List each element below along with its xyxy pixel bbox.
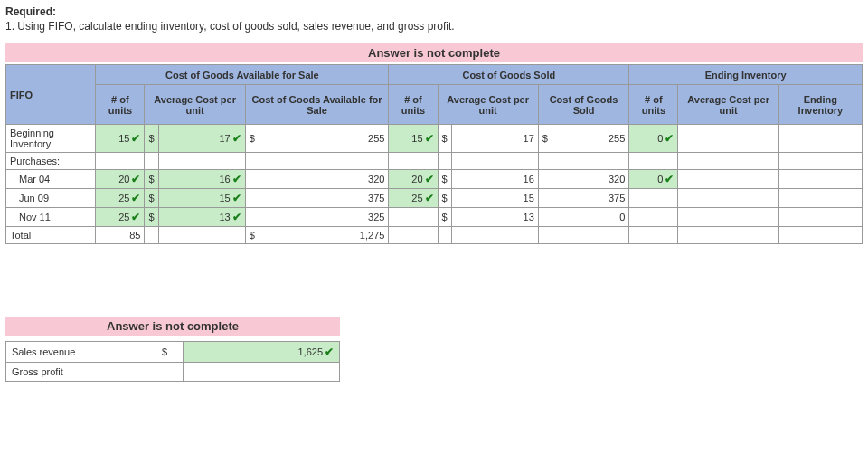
sub-s-units: # of units: [389, 85, 438, 125]
check-icon: ✔: [425, 192, 434, 204]
jun09-e-cost[interactable]: [778, 189, 862, 208]
begin-a-avg-dollar: $: [145, 125, 158, 153]
jun09-a-units[interactable]: 25✔: [96, 189, 145, 208]
begin-s-cost-dollar: $: [538, 125, 552, 153]
nov11-e-avg[interactable]: [678, 208, 778, 227]
required-text: 1. Using FIFO, calculate ending inventor…: [5, 20, 863, 33]
sub-e-cost: Ending Inventory: [778, 85, 862, 125]
sub-a-units: # of units: [96, 85, 145, 125]
nov11-a-avg-dollar: $: [145, 208, 158, 227]
row-sales: Sales revenue $ 1,625✔: [6, 342, 340, 363]
check-icon: ✔: [232, 173, 241, 185]
check-icon: ✔: [232, 192, 241, 204]
label-mar04: Mar 04: [6, 170, 96, 189]
label-nov11: Nov 11: [6, 208, 96, 227]
begin-a-cost[interactable]: 255: [259, 125, 389, 153]
label-jun09: Jun 09: [6, 189, 96, 208]
nov11-s-units[interactable]: [389, 208, 438, 227]
nov11-s-cost[interactable]: 0: [552, 208, 628, 227]
begin-e-units[interactable]: 0✔: [629, 125, 678, 153]
sub-a-avg: Average Cost per unit: [145, 85, 245, 125]
mar04-e-units[interactable]: 0✔: [629, 170, 678, 189]
jun09-a-avg-dollar: $: [145, 189, 158, 208]
sales-value[interactable]: 1,625✔: [183, 342, 339, 363]
check-icon: ✔: [131, 173, 140, 185]
total-a-units: 85: [96, 227, 145, 244]
check-icon: ✔: [425, 132, 434, 145]
begin-a-cost-dollar: $: [245, 125, 259, 153]
gross-value[interactable]: [183, 363, 339, 382]
total-a-cost-dollar: $: [245, 227, 259, 244]
label-purchases: Purchases:: [6, 153, 96, 170]
check-icon: ✔: [232, 132, 241, 145]
begin-s-avg-dollar: $: [438, 125, 451, 153]
jun09-s-avg-dollar: $: [438, 189, 451, 208]
nov11-a-units[interactable]: 25✔: [96, 208, 145, 227]
row-mar04: Mar 04 20✔ $ 16✔ 320 20✔ $ 16 320 0✔: [6, 170, 863, 189]
check-icon: ✔: [131, 132, 140, 145]
jun09-s-avg[interactable]: 15: [451, 189, 538, 208]
header-fifo: FIFO: [6, 65, 96, 125]
check-icon: ✔: [232, 211, 241, 223]
begin-a-avg[interactable]: 17✔: [158, 125, 245, 153]
summary-table: Sales revenue $ 1,625✔ Gross profit: [5, 341, 340, 382]
begin-s-avg[interactable]: 17: [451, 125, 538, 153]
mar04-a-units[interactable]: 20✔: [96, 170, 145, 189]
check-icon: ✔: [665, 132, 674, 145]
mar04-e-avg[interactable]: [678, 170, 778, 189]
total-a-cost: 1,275: [259, 227, 389, 244]
check-icon: ✔: [131, 192, 140, 204]
label-begin: Beginning Inventory: [6, 125, 96, 153]
begin-e-cost[interactable]: [778, 125, 862, 153]
begin-s-cost[interactable]: 255: [552, 125, 628, 153]
incomplete-banner-main: Answer is not complete: [5, 43, 863, 62]
nov11-s-avg[interactable]: 13: [451, 208, 538, 227]
row-nov11: Nov 11 25✔ $ 13✔ 325 $ 13 0: [6, 208, 863, 227]
sub-s-cost: Cost of Goods Sold: [538, 85, 629, 125]
begin-s-units[interactable]: 15✔: [389, 125, 438, 153]
required-label: Required:: [5, 5, 863, 18]
sub-a-cost: Cost of Goods Available for Sale: [245, 85, 389, 125]
mar04-a-avg-dollar: $: [145, 170, 158, 189]
header-ei: Ending Inventory: [629, 65, 863, 85]
incomplete-banner-summary: Answer is not complete: [5, 317, 340, 336]
sub-e-avg: Average Cost per unit: [678, 85, 778, 125]
nov11-e-units[interactable]: [629, 208, 678, 227]
check-icon: ✔: [325, 346, 334, 358]
nov11-s-avg-dollar: $: [438, 208, 451, 227]
nov11-a-cost[interactable]: 325: [259, 208, 389, 227]
mar04-s-avg-dollar: $: [438, 170, 451, 189]
jun09-a-cost[interactable]: 375: [259, 189, 389, 208]
mar04-a-cost[interactable]: 320: [259, 170, 389, 189]
header-cogas: Cost of Goods Available for Sale: [96, 65, 389, 85]
mar04-a-avg[interactable]: 16✔: [158, 170, 245, 189]
fifo-table: FIFO Cost of Goods Available for Sale Co…: [5, 64, 863, 244]
check-icon: ✔: [665, 173, 674, 185]
mar04-s-units[interactable]: 20✔: [389, 170, 438, 189]
jun09-s-cost[interactable]: 375: [552, 189, 628, 208]
mar04-s-avg[interactable]: 16: [451, 170, 538, 189]
jun09-s-units[interactable]: 25✔: [389, 189, 438, 208]
row-gross: Gross profit: [6, 363, 340, 382]
mar04-s-cost[interactable]: 320: [552, 170, 628, 189]
nov11-a-avg[interactable]: 13✔: [158, 208, 245, 227]
sales-dollar: $: [156, 342, 184, 363]
check-icon: ✔: [131, 211, 140, 223]
row-total: Total 85 $ 1,275: [6, 227, 863, 244]
label-gross: Gross profit: [6, 363, 156, 382]
label-total: Total: [6, 227, 96, 244]
sub-e-units: # of units: [629, 85, 678, 125]
header-cogs: Cost of Goods Sold: [389, 65, 629, 85]
row-purchases-label: Purchases:: [6, 153, 863, 170]
label-sales: Sales revenue: [6, 342, 156, 363]
sub-s-avg: Average Cost per unit: [438, 85, 538, 125]
row-beginning: Beginning Inventory 15✔ $ 17✔ $ 255 15✔ …: [6, 125, 863, 153]
mar04-e-cost[interactable]: [778, 170, 862, 189]
jun09-e-units[interactable]: [629, 189, 678, 208]
jun09-a-avg[interactable]: 15✔: [158, 189, 245, 208]
jun09-e-avg[interactable]: [678, 189, 778, 208]
check-icon: ✔: [425, 173, 434, 185]
nov11-e-cost[interactable]: [778, 208, 862, 227]
begin-e-avg[interactable]: [678, 125, 778, 153]
begin-a-units[interactable]: 15✔: [96, 125, 145, 153]
